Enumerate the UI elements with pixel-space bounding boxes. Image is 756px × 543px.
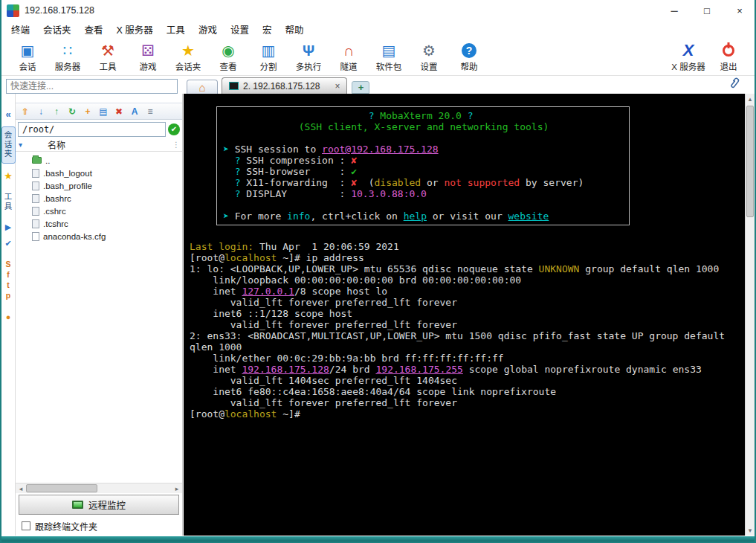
toolbar-settings-button[interactable]: ⚙ 设置 (409, 39, 449, 74)
follow-terminal-checkbox[interactable] (22, 521, 30, 530)
toolbar-tools-label: 工具 (100, 60, 117, 72)
help-icon: ? (462, 43, 476, 58)
new-file-icon[interactable]: ▤ (97, 106, 109, 117)
home-icon: ⌂ (198, 82, 205, 93)
collapse-sidebar-icon[interactable]: « (5, 109, 10, 120)
download-icon[interactable]: ↓ (35, 106, 47, 117)
sidebar-tab-sftp[interactable]: Sftp (2, 255, 14, 306)
parent-dir-icon[interactable]: ⇧ (19, 106, 31, 117)
menu-xserver[interactable]: X 服务器 (110, 20, 160, 39)
file-tree: .. .bash_logout .bash_profile .bashrc .c… (16, 152, 182, 483)
current-path-field[interactable]: /root/ (18, 122, 166, 137)
file-item[interactable]: .cshrc (16, 205, 182, 217)
new-tab-button[interactable]: + (352, 81, 369, 94)
toolbar-help-button[interactable]: ? 帮助 (449, 39, 489, 74)
horizontal-scrollbar[interactable]: ◂ ▸ (16, 483, 182, 493)
settings-icon: ⚙ (422, 42, 436, 60)
file-item-parent[interactable]: .. (16, 154, 182, 167)
star-icon[interactable]: ★ (4, 170, 13, 181)
menu-settings[interactable]: 设置 (224, 20, 256, 39)
rename-icon[interactable]: A (129, 106, 140, 117)
vscroll-down-icon[interactable]: ▾ (746, 525, 755, 536)
delete-icon[interactable]: ✖ (113, 106, 125, 117)
toolbar-servers-button[interactable]: ∷ 服务器 (48, 39, 88, 74)
remote-monitoring-button[interactable]: 远程监控 (19, 495, 179, 515)
attachment-paperclip-icon[interactable] (725, 75, 742, 94)
toolbar-tools-button[interactable]: ⚒ 工具 (88, 39, 128, 74)
minimize-button[interactable]: ─ (658, 0, 691, 21)
check-icon[interactable]: ✔ (4, 239, 11, 248)
quick-connect-input[interactable] (6, 79, 178, 94)
macro-icon[interactable]: ▶ (5, 222, 11, 232)
menu-tools[interactable]: 工具 (160, 20, 192, 39)
path-row: /root/ ✔ (16, 120, 182, 138)
toolbar-exit-button[interactable]: 退出 (708, 39, 749, 74)
hscroll-thumb[interactable] (26, 484, 97, 492)
menu-view[interactable]: 查看 (78, 20, 110, 39)
menu-terminal[interactable]: 终端 (4, 20, 36, 39)
toolbar-multiexec-label: 多执行 (296, 60, 322, 72)
games-icon: ⚄ (141, 42, 154, 60)
close-button[interactable]: × (723, 0, 756, 21)
active-session-tab[interactable]: 2. 192.168.175.128 × (222, 77, 347, 94)
file-item[interactable]: .bash_logout (16, 167, 182, 179)
name-column-header[interactable]: 名称 (25, 138, 169, 151)
menu-help[interactable]: 帮助 (278, 20, 310, 39)
toolbar-xserver-button[interactable]: X X 服务器 (668, 39, 708, 74)
vscroll-up-icon[interactable]: ▴ (746, 94, 755, 104)
menu-bar: 终端 会话夹 查看 X 服务器 工具 游戏 设置 宏 帮助 (0, 21, 756, 38)
window-bottom-border (0, 536, 756, 543)
splitter-dots-icon[interactable]: ⋮ (172, 141, 182, 149)
file-item[interactable]: .tcshrc (16, 217, 182, 230)
file-name: .bashrc (43, 194, 71, 203)
new-tab-icon: + (358, 82, 364, 93)
sidebar-tab-tools[interactable]: 工具 (1, 188, 16, 216)
power-icon (723, 45, 734, 57)
sftp-file-panel: ⇧ ↓ ↑ ↻ + ▤ ✖ A ≡ /root/ ✔ ▾ 名称 ⋮ .. (16, 94, 182, 536)
toolbar-sessions-folder-label: 会话夹 (175, 60, 201, 72)
multiexec-icon: Ψ (303, 42, 314, 60)
file-name: .tcshrc (43, 219, 68, 228)
file-item[interactable]: .bash_profile (16, 179, 182, 192)
list-icon[interactable]: ≡ (144, 106, 156, 117)
menu-sessions[interactable]: 会话夹 (36, 20, 78, 39)
toolbar-servers-label: 服务器 (55, 60, 81, 72)
home-tab[interactable]: ⌂ (187, 80, 218, 94)
app-logo-icon (7, 4, 19, 17)
sessions-folder-icon: ★ (181, 42, 195, 60)
refresh-icon[interactable]: ↻ (66, 106, 78, 117)
file-item[interactable]: .bashrc (16, 192, 182, 205)
file-icon (32, 207, 39, 216)
sidebar-tab-sessions[interactable]: 会话夹 (1, 126, 16, 164)
follow-terminal-row[interactable]: 跟踪终端文件夹 (16, 516, 182, 536)
hscroll-left-icon[interactable]: ◂ (16, 485, 26, 492)
tab-close-icon[interactable]: × (335, 81, 340, 91)
toolbar-view-button[interactable]: ◉ 查看 (208, 39, 248, 74)
expander-icon[interactable]: ▾ (19, 141, 22, 149)
terminal-area[interactable]: ? MobaXterm 20.0 ? (SSH client, X-server… (184, 94, 746, 536)
terminal-tab-bar: ⌂ 2. 192.168.175.128 × + (184, 77, 747, 94)
toolbar-tunneling-button[interactable]: ∩ 隧道 (329, 39, 369, 74)
file-name: .bash_logout (43, 169, 92, 178)
session-tab-label: 2. 192.168.175.128 (243, 81, 320, 91)
toolbar-games-button[interactable]: ⚄ 游戏 (128, 39, 168, 74)
terminal-output-lines: Last login: Thu Apr 1 20:06:59 2021[root… (184, 241, 746, 420)
file-list-header[interactable]: ▾ 名称 ⋮ (16, 138, 182, 152)
menu-macros[interactable]: 宏 (256, 20, 279, 39)
hscroll-right-icon[interactable]: ▸ (172, 485, 182, 492)
toolbar-packages-button[interactable]: ▤ 软件包 (369, 39, 409, 74)
sidebar-vertical-tabs: « 会话夹 ★ 工具 ▶ ✔ Sftp ● (1, 94, 16, 536)
menu-games[interactable]: 游戏 (192, 20, 224, 39)
toolbar-multiexec-button[interactable]: Ψ 多执行 (288, 39, 329, 74)
terminal-scrollbar[interactable]: ▴ ▾ (745, 94, 755, 536)
toolbar-session-button[interactable]: ▣ 会话 (7, 39, 48, 74)
toolbar-sessions-folder-button[interactable]: ★ 会话夹 (168, 39, 208, 74)
file-item[interactable]: anaconda-ks.cfg (16, 230, 182, 242)
vscroll-thumb[interactable] (746, 106, 754, 217)
session-icon: ▣ (21, 42, 35, 60)
new-folder-icon[interactable]: + (82, 106, 94, 117)
file-name: anaconda-ks.cfg (43, 232, 106, 241)
toolbar-split-button[interactable]: ▥ 分割 (248, 39, 288, 74)
upload-icon[interactable]: ↑ (51, 106, 62, 117)
maximize-button[interactable]: □ (691, 0, 723, 21)
